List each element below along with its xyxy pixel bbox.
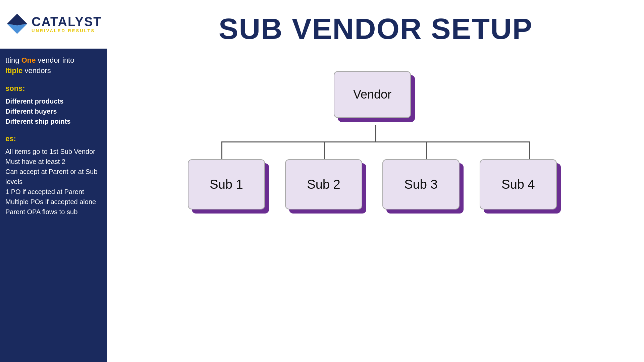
h-container: [216, 141, 535, 159]
v-stub-4: [529, 142, 530, 159]
list-item: Different buyers: [5, 106, 102, 116]
list-item: Parent OPA flows to sub: [5, 207, 102, 217]
vendor-node: Vendor: [334, 71, 418, 125]
intro-post2: vendors: [22, 66, 51, 75]
sub4-face: Sub 4: [480, 159, 557, 209]
v-stub-2: [324, 142, 325, 159]
sub3-face: Sub 3: [382, 159, 460, 209]
intro-highlight-multiple: ltiple: [5, 66, 22, 75]
logo-name: CATALYST: [32, 15, 102, 28]
sub2-face: Sub 2: [285, 159, 362, 209]
svg-marker-1: [7, 14, 27, 25]
logo-icon: [5, 12, 29, 37]
v-stub-3: [426, 142, 427, 159]
org-top: Vendor: [334, 71, 418, 125]
sub4-node: Sub 4: [480, 159, 564, 216]
vertical-lines-row: [221, 142, 530, 159]
sub2-node: Sub 2: [285, 159, 369, 216]
list-item: 1 PO if accepted at Parent: [5, 187, 102, 197]
notes-list: All items go to 1st Sub Vendor Must have…: [5, 146, 102, 217]
vendor-face: Vendor: [334, 71, 411, 118]
reasons-title: sons:: [5, 84, 102, 93]
vertical-line-top: [375, 125, 376, 141]
notes-title: es:: [5, 134, 102, 143]
sub3-label: Sub 3: [404, 177, 437, 192]
vendor-label: Vendor: [353, 87, 391, 102]
intro-pre1: tting: [5, 56, 21, 64]
list-item: Different products: [5, 96, 102, 106]
list-item: Must have at least 2: [5, 157, 102, 167]
list-item: Different ship points: [5, 116, 102, 126]
sidebar-content: tting One vendor into ltiple vendors son…: [0, 49, 107, 362]
sub1-label: Sub 1: [210, 177, 243, 192]
page-title: SUB VENDOR SETUP: [219, 13, 533, 44]
notes-section: es: All items go to 1st Sub Vendor Must …: [5, 134, 102, 217]
main-content: SUB VENDOR SETUP Vendor: [107, 0, 644, 362]
sub2-label: Sub 2: [307, 177, 340, 192]
list-item: All items go to 1st Sub Vendor: [5, 146, 102, 157]
logo-text: CATALYST UNRIVALED RESULTS: [32, 15, 102, 34]
list-item: Can accept at Parent or at Sub levels: [5, 167, 102, 187]
logo-tagline: UNRIVALED RESULTS: [32, 28, 102, 34]
list-item: Multiple POs if accepted alone: [5, 197, 102, 207]
sidebar-intro: tting One vendor into ltiple vendors: [5, 55, 102, 76]
org-chart: Vendor Sub 1: [127, 71, 624, 216]
sub1-node: Sub 1: [188, 159, 272, 216]
reasons-list: Different products Different buyers Diff…: [5, 96, 102, 126]
sub4-label: Sub 4: [501, 177, 535, 192]
sidebar: CATALYST UNRIVALED RESULTS tting One ven…: [0, 0, 107, 362]
intro-highlight-one: One: [21, 56, 36, 64]
v-stub-1: [221, 142, 222, 159]
org-children: Sub 1 Sub 2 Sub 3 Sub 4: [188, 159, 564, 216]
logo-area: CATALYST UNRIVALED RESULTS: [0, 0, 107, 49]
sub3-node: Sub 3: [382, 159, 466, 216]
connector-area: [127, 125, 624, 159]
intro-post1: vendor into: [36, 56, 74, 64]
sub1-face: Sub 1: [188, 159, 265, 209]
